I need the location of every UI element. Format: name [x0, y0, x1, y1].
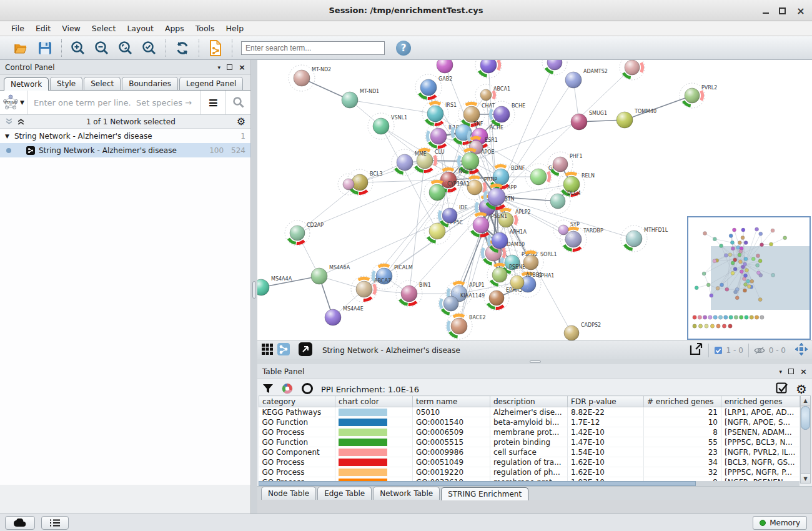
network-canvas[interactable]: MT-ND2MT-ND1VSNL1GAB2IRS1ABCA1CHATBCHEIL…	[257, 60, 812, 340]
export-network-icon[interactable]	[688, 342, 703, 359]
network-node-mt-nd2[interactable]: MT-ND2	[289, 65, 331, 91]
network-node-kiaa1149[interactable]: KIAA1149	[438, 291, 485, 316]
scrollbar-thumb[interactable]	[259, 481, 696, 486]
set-species-link[interactable]: Set species →	[136, 98, 201, 107]
network-row[interactable]: String Network - Alzheimer's disease 100…	[0, 143, 250, 157]
network-edge[interactable]	[350, 100, 435, 114]
string-search-icon[interactable]	[225, 91, 250, 114]
close-panel-icon[interactable]: ×	[239, 62, 245, 72]
menu-layout[interactable]: Layout	[122, 22, 159, 35]
help-icon[interactable]: ?	[396, 41, 411, 56]
column-header-3[interactable]: term name	[413, 396, 490, 407]
grid-view-icon[interactable]	[261, 343, 274, 357]
scrollbar-thumb[interactable]	[801, 406, 810, 430]
collection-expander-icon[interactable]: ▼	[5, 133, 9, 139]
network-node-mthfd1l[interactable]: MTHFD1L	[621, 226, 668, 252]
table-tab-edge-table[interactable]: Edge Table	[317, 487, 372, 500]
vertical-splitter[interactable]	[251, 60, 257, 514]
zoom-out-icon[interactable]	[93, 39, 111, 57]
scroll-up-icon[interactable]: ▲	[801, 396, 810, 405]
detach-view-icon[interactable]	[299, 342, 312, 358]
table-row[interactable]: GO FunctionGO:0005515protein binding1.47…	[259, 437, 800, 447]
column-header-4[interactable]: description	[490, 396, 568, 407]
table-row[interactable]: GO FunctionGO:0001540beta-amyloid bi...1…	[259, 417, 800, 427]
memory-button[interactable]: Memory	[753, 516, 807, 530]
zoom-fit-icon[interactable]	[117, 39, 134, 57]
network-node[interactable]	[620, 60, 645, 80]
string-query-placeholder[interactable]: Enter one term per line.	[27, 98, 136, 107]
tab-legend-panel[interactable]: Legend Panel	[179, 77, 243, 90]
network-node-mt-nd1[interactable]: MT-ND1	[342, 89, 379, 108]
network-node-picalm[interactable]: PICALM	[371, 263, 413, 289]
enrichment-table[interactable]: categorychart colorterm namedescriptionF…	[259, 395, 801, 484]
column-header-2[interactable]: chart color	[335, 396, 413, 407]
column-header-7[interactable]: enriched genes	[721, 396, 800, 407]
refresh-icon[interactable]	[174, 39, 191, 57]
column-header-1[interactable]: category	[259, 396, 335, 407]
network-node-cd2ap[interactable]: CD2AP	[285, 221, 324, 246]
table-row[interactable]: GO ComponentGO:0009986cell surface1.54E-…	[259, 447, 800, 457]
task-history-button[interactable]	[41, 516, 69, 530]
network-node-aplp2[interactable]: APLP2	[493, 207, 531, 232]
table-row[interactable]: GO ProcessGO:0019220regulation of ph...1…	[259, 467, 800, 477]
float-panel-icon[interactable]	[788, 369, 794, 374]
cloud-services-button[interactable]	[5, 516, 35, 530]
close-panel-icon[interactable]: ×	[800, 367, 807, 376]
share-view-icon[interactable]	[277, 343, 290, 357]
pie-chart-icon[interactable]	[281, 382, 294, 397]
table-row[interactable]: KEGG Pathways05010Alzheimer's dise...8.8…	[259, 407, 800, 417]
tab-boundaries[interactable]: Boundaries	[122, 77, 178, 90]
network-edge[interactable]	[459, 225, 481, 326]
menu-tools[interactable]: Tools	[191, 22, 220, 35]
save-session-icon[interactable]	[36, 39, 54, 57]
minimize-icon[interactable]	[763, 8, 769, 14]
network-node[interactable]	[437, 60, 453, 73]
string-logo-icon[interactable]: STRING ▼	[0, 91, 27, 114]
zoom-selected-icon[interactable]	[141, 39, 158, 57]
network-node-pvrl2[interactable]: PVRL2	[680, 83, 717, 108]
column-header-5[interactable]: FDR p-value	[568, 396, 644, 407]
birdseye-overview[interactable]	[687, 216, 811, 340]
network-node-smug1[interactable]: SMUG1	[571, 111, 607, 130]
enrichment-settings-gear-icon[interactable]: ⚙	[796, 384, 807, 394]
menu-file[interactable]: File	[6, 22, 29, 35]
network-node-irs1[interactable]: IRS1	[422, 101, 457, 127]
table-horizontal-scrollbar[interactable]	[259, 481, 800, 486]
horizontal-splitter[interactable]	[257, 359, 812, 364]
select-rows-icon[interactable]	[776, 382, 788, 397]
network-node-vsnl1[interactable]: VSNL1	[368, 113, 407, 139]
menu-edit[interactable]: Edit	[31, 22, 56, 35]
filter-icon[interactable]	[262, 383, 274, 396]
search-input[interactable]	[241, 41, 385, 55]
panel-menu-icon[interactable]: ▾	[218, 64, 221, 71]
network-node-tomm40[interactable]: TOMM40	[616, 109, 656, 128]
network-node-bace2[interactable]: BACE2	[446, 313, 486, 339]
scroll-down-icon[interactable]: ▼	[801, 474, 810, 483]
tab-network[interactable]: Network	[4, 77, 49, 91]
network-collection-row[interactable]: ▼ String Network - Alzheimer's disease 1	[0, 129, 250, 143]
panel-menu-icon[interactable]: ▾	[780, 369, 783, 375]
menu-apps[interactable]: Apps	[160, 22, 189, 35]
float-panel-icon[interactable]	[227, 64, 232, 70]
network-node-ms4a6a[interactable]: MS4A6A	[311, 265, 350, 284]
network-node-adamts2[interactable]: ADAMTS2	[565, 69, 608, 88]
tab-select[interactable]: Select	[84, 77, 121, 90]
string-options-icon[interactable]: ≡	[201, 91, 225, 114]
column-header-6[interactable]: # enriched genes	[644, 396, 721, 407]
collapse-all-icon[interactable]	[5, 117, 13, 126]
table-row[interactable]: GO ProcessGO:0006509membrane prot...1.42…	[259, 427, 800, 437]
table-vertical-scrollbar[interactable]: ▲ ▼	[800, 395, 811, 484]
network-edge[interactable]	[497, 67, 632, 197]
open-session-icon[interactable]	[12, 39, 30, 57]
ring-chart-icon[interactable]	[301, 382, 314, 397]
network-node[interactable]	[542, 60, 567, 75]
table-row[interactable]: GO ProcessGO:0051049regulation of tra...…	[259, 457, 800, 467]
network-node-ms4a4a[interactable]: MS4A4A	[257, 276, 292, 295]
tab-style[interactable]: Style	[50, 77, 82, 90]
table-tab-node-table[interactable]: Node Table	[261, 487, 316, 500]
close-icon[interactable]: ×	[796, 6, 806, 16]
splitter-handle[interactable]	[252, 281, 256, 299]
zoom-in-icon[interactable]	[69, 39, 87, 57]
table-tab-string-enrichment[interactable]: STRING Enrichment	[441, 487, 528, 500]
network-edge[interactable]	[384, 161, 470, 276]
